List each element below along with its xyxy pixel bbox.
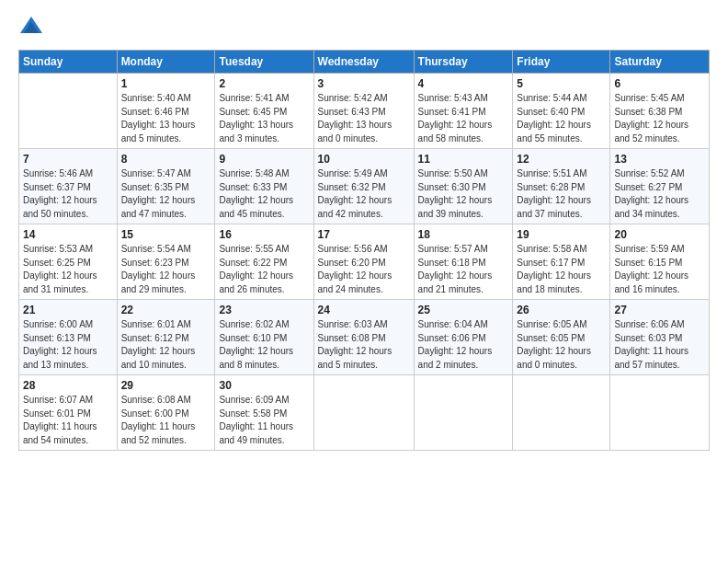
day-cell: 27Sunrise: 6:06 AMSunset: 6:03 PMDayligh… — [610, 300, 710, 375]
day-number: 15 — [121, 228, 211, 241]
day-cell: 14Sunrise: 5:53 AMSunset: 6:25 PMDayligh… — [19, 224, 118, 300]
day-number: 21 — [23, 304, 113, 316]
weekday-monday: Monday — [117, 51, 215, 74]
day-info: Sunrise: 6:07 AMSunset: 6:01 PMDaylight:… — [23, 394, 113, 447]
day-cell: 10Sunrise: 5:49 AMSunset: 6:32 PMDayligh… — [313, 149, 414, 224]
day-info: Sunrise: 5:50 AMSunset: 6:30 PMDaylight:… — [418, 167, 509, 221]
day-number: 30 — [219, 379, 309, 392]
day-number: 20 — [614, 228, 705, 241]
weekday-saturday: Saturday — [610, 51, 710, 74]
day-number: 12 — [517, 153, 606, 166]
day-number: 7 — [23, 153, 113, 166]
day-cell: 28Sunrise: 6:07 AMSunset: 6:01 PMDayligh… — [19, 375, 118, 451]
day-info: Sunrise: 5:54 AMSunset: 6:23 PMDaylight:… — [121, 243, 211, 296]
day-number: 29 — [121, 379, 211, 392]
day-info: Sunrise: 6:08 AMSunset: 6:00 PMDaylight:… — [121, 394, 211, 447]
day-number: 11 — [418, 153, 509, 166]
day-info: Sunrise: 5:52 AMSunset: 6:27 PMDaylight:… — [614, 167, 705, 221]
day-info: Sunrise: 5:45 AMSunset: 6:38 PMDaylight:… — [614, 92, 705, 145]
day-cell: 8Sunrise: 5:47 AMSunset: 6:35 PMDaylight… — [117, 149, 215, 224]
day-info: Sunrise: 5:51 AMSunset: 6:28 PMDaylight:… — [517, 167, 606, 221]
day-cell: 23Sunrise: 6:02 AMSunset: 6:10 PMDayligh… — [215, 300, 313, 375]
day-info: Sunrise: 5:55 AMSunset: 6:22 PMDaylight:… — [219, 243, 309, 296]
day-cell: 13Sunrise: 5:52 AMSunset: 6:27 PMDayligh… — [610, 149, 710, 224]
day-info: Sunrise: 5:46 AMSunset: 6:37 PMDaylight:… — [23, 167, 113, 221]
day-number: 4 — [418, 77, 509, 90]
day-cell: 6Sunrise: 5:45 AMSunset: 6:38 PMDaylight… — [610, 74, 710, 149]
day-number: 19 — [517, 228, 606, 241]
day-number: 13 — [614, 153, 705, 166]
day-info: Sunrise: 6:01 AMSunset: 6:12 PMDaylight:… — [121, 318, 211, 372]
day-info: Sunrise: 5:59 AMSunset: 6:15 PMDaylight:… — [614, 243, 705, 296]
header — [18, 15, 710, 40]
logo-icon — [18, 15, 44, 40]
day-cell: 17Sunrise: 5:56 AMSunset: 6:20 PMDayligh… — [313, 224, 414, 300]
day-cell: 16Sunrise: 5:55 AMSunset: 6:22 PMDayligh… — [215, 224, 313, 300]
day-number: 8 — [121, 153, 211, 166]
day-info: Sunrise: 6:04 AMSunset: 6:06 PMDaylight:… — [418, 318, 509, 372]
weekday-header-row: SundayMondayTuesdayWednesdayThursdayFrid… — [19, 51, 710, 74]
day-info: Sunrise: 6:09 AMSunset: 5:58 PMDaylight:… — [219, 394, 309, 447]
day-number: 2 — [219, 77, 309, 90]
weekday-tuesday: Tuesday — [215, 51, 313, 74]
day-cell: 3Sunrise: 5:42 AMSunset: 6:43 PMDaylight… — [313, 74, 414, 149]
day-cell: 22Sunrise: 6:01 AMSunset: 6:12 PMDayligh… — [117, 300, 215, 375]
day-number: 5 — [517, 77, 606, 90]
day-info: Sunrise: 6:06 AMSunset: 6:03 PMDaylight:… — [614, 318, 705, 372]
day-cell: 12Sunrise: 5:51 AMSunset: 6:28 PMDayligh… — [513, 149, 610, 224]
day-cell: 1Sunrise: 5:40 AMSunset: 6:46 PMDaylight… — [117, 74, 215, 149]
day-cell — [19, 74, 118, 149]
day-info: Sunrise: 5:44 AMSunset: 6:40 PMDaylight:… — [517, 92, 606, 145]
day-number: 14 — [23, 228, 113, 241]
day-number: 28 — [23, 379, 113, 392]
day-info: Sunrise: 5:57 AMSunset: 6:18 PMDaylight:… — [418, 243, 509, 296]
day-cell: 18Sunrise: 5:57 AMSunset: 6:18 PMDayligh… — [414, 224, 513, 300]
day-number: 23 — [219, 304, 309, 316]
day-number: 26 — [517, 304, 606, 316]
day-info: Sunrise: 6:02 AMSunset: 6:10 PMDaylight:… — [219, 318, 309, 372]
day-cell: 7Sunrise: 5:46 AMSunset: 6:37 PMDaylight… — [19, 149, 118, 224]
week-row-1: 1Sunrise: 5:40 AMSunset: 6:46 PMDaylight… — [19, 74, 710, 149]
day-number: 24 — [318, 304, 410, 316]
day-cell: 5Sunrise: 5:44 AMSunset: 6:40 PMDaylight… — [513, 74, 610, 149]
day-info: Sunrise: 6:03 AMSunset: 6:08 PMDaylight:… — [318, 318, 410, 372]
day-cell: 2Sunrise: 5:41 AMSunset: 6:45 PMDaylight… — [215, 74, 313, 149]
calendar-table: SundayMondayTuesdayWednesdayThursdayFrid… — [18, 50, 710, 451]
day-cell: 11Sunrise: 5:50 AMSunset: 6:30 PMDayligh… — [414, 149, 513, 224]
week-row-5: 28Sunrise: 6:07 AMSunset: 6:01 PMDayligh… — [19, 375, 710, 451]
day-cell: 24Sunrise: 6:03 AMSunset: 6:08 PMDayligh… — [313, 300, 414, 375]
day-number: 16 — [219, 228, 309, 241]
day-number: 18 — [418, 228, 509, 241]
day-number: 17 — [318, 228, 410, 241]
day-cell: 30Sunrise: 6:09 AMSunset: 5:58 PMDayligh… — [215, 375, 313, 451]
day-info: Sunrise: 5:48 AMSunset: 6:33 PMDaylight:… — [219, 167, 309, 221]
day-cell: 15Sunrise: 5:54 AMSunset: 6:23 PMDayligh… — [117, 224, 215, 300]
day-cell: 9Sunrise: 5:48 AMSunset: 6:33 PMDaylight… — [215, 149, 313, 224]
week-row-3: 14Sunrise: 5:53 AMSunset: 6:25 PMDayligh… — [19, 224, 710, 300]
day-info: Sunrise: 5:49 AMSunset: 6:32 PMDaylight:… — [318, 167, 410, 221]
day-cell — [513, 375, 610, 451]
day-info: Sunrise: 6:05 AMSunset: 6:05 PMDaylight:… — [517, 318, 606, 372]
weekday-friday: Friday — [513, 51, 610, 74]
day-info: Sunrise: 5:43 AMSunset: 6:41 PMDaylight:… — [418, 92, 509, 145]
weekday-thursday: Thursday — [414, 51, 513, 74]
day-cell: 26Sunrise: 6:05 AMSunset: 6:05 PMDayligh… — [513, 300, 610, 375]
day-cell — [610, 375, 710, 451]
day-info: Sunrise: 5:47 AMSunset: 6:35 PMDaylight:… — [121, 167, 211, 221]
day-cell: 19Sunrise: 5:58 AMSunset: 6:17 PMDayligh… — [513, 224, 610, 300]
day-cell: 21Sunrise: 6:00 AMSunset: 6:13 PMDayligh… — [19, 300, 118, 375]
day-info: Sunrise: 5:40 AMSunset: 6:46 PMDaylight:… — [121, 92, 211, 145]
day-info: Sunrise: 6:00 AMSunset: 6:13 PMDaylight:… — [23, 318, 113, 372]
logo — [18, 15, 48, 40]
day-number: 3 — [318, 77, 410, 90]
day-number: 25 — [418, 304, 509, 316]
day-cell: 4Sunrise: 5:43 AMSunset: 6:41 PMDaylight… — [414, 74, 513, 149]
weekday-sunday: Sunday — [19, 51, 118, 74]
day-number: 9 — [219, 153, 309, 166]
day-number: 6 — [614, 77, 705, 90]
day-cell — [414, 375, 513, 451]
week-row-4: 21Sunrise: 6:00 AMSunset: 6:13 PMDayligh… — [19, 300, 710, 375]
day-cell: 25Sunrise: 6:04 AMSunset: 6:06 PMDayligh… — [414, 300, 513, 375]
day-number: 1 — [121, 77, 211, 90]
day-info: Sunrise: 5:53 AMSunset: 6:25 PMDaylight:… — [23, 243, 113, 296]
